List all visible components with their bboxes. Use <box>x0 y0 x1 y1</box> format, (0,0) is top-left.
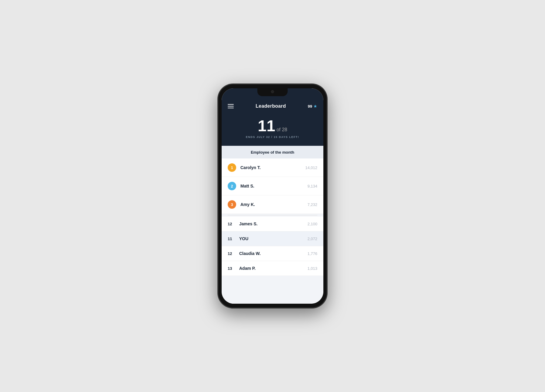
rank-badge-3: 3 <box>228 200 236 209</box>
player-score: 2,100 <box>307 222 317 226</box>
rank-number: 11 <box>258 118 275 134</box>
phone-screen: Leaderboard 99 ★ 11 of 28 ENDS JULY 32 /… <box>222 88 323 304</box>
contest-dates: ENDS JULY 32 / 15 DAYS LEFT! <box>228 136 317 139</box>
player-score: 2,072 <box>307 237 317 241</box>
player-score: 7,232 <box>307 202 317 207</box>
phone-wrapper: Leaderboard 99 ★ 11 of 28 ENDS JULY 32 /… <box>218 84 327 308</box>
leaderboard-nearby: 12 James S. 2,100 11 YOU 2,072 12 Claudi… <box>222 217 323 276</box>
notch-camera <box>271 90 274 93</box>
player-score: 9,134 <box>307 184 317 188</box>
leaderboard-top3: 1 Carolyn T. 14,012 2 Matt S. 9,134 3 Am… <box>222 158 323 214</box>
player-name: Adam P. <box>239 266 307 271</box>
player-name-you: YOU <box>239 236 307 241</box>
rank-number: 11 <box>228 237 235 241</box>
section-header: Employee of the month <box>222 146 323 158</box>
rank-badge-2: 2 <box>228 182 236 190</box>
rank-number: 12 <box>228 251 235 256</box>
player-name: James S. <box>239 221 307 226</box>
player-name: Claudia W. <box>239 251 307 256</box>
player-name: Carolyn T. <box>240 165 305 170</box>
page-title: Leaderboard <box>256 103 286 109</box>
hero-section: 11 of 28 ENDS JULY 32 / 15 DAYS LEFT! <box>222 115 323 146</box>
rank-number: 13 <box>228 266 235 271</box>
player-name: Matt S. <box>240 184 307 188</box>
player-score: 1,776 <box>307 251 317 256</box>
list-item: 13 Adam P. 1,013 <box>222 261 323 276</box>
list-item: 1 Carolyn T. 14,012 <box>222 158 323 177</box>
leaderboard-content: Employee of the month 1 Carolyn T. 14,01… <box>222 146 323 304</box>
notification-badge[interactable]: 99 ★ <box>308 104 317 109</box>
hamburger-menu-button[interactable] <box>228 104 234 108</box>
rank-total: of 28 <box>276 127 287 132</box>
notch <box>257 88 288 96</box>
player-score: 1,013 <box>307 266 317 271</box>
player-score: 14,012 <box>305 165 317 170</box>
list-item: 3 Amy K. 7,232 <box>222 195 323 214</box>
badge-count: 99 <box>308 104 312 109</box>
player-name: Amy K. <box>240 202 307 207</box>
user-rank-display: 11 of 28 <box>258 118 287 134</box>
list-item: 2 Matt S. 9,134 <box>222 177 323 195</box>
list-item-current-user: 11 YOU 2,072 <box>222 231 323 246</box>
star-icon: ★ <box>313 104 317 109</box>
list-item: 12 James S. 2,100 <box>222 217 323 231</box>
section-title: Employee of the month <box>251 150 294 155</box>
section-divider <box>228 215 317 215</box>
rank-badge-1: 1 <box>228 163 236 172</box>
list-item: 12 Claudia W. 1,776 <box>222 246 323 261</box>
rank-number: 12 <box>228 222 235 226</box>
